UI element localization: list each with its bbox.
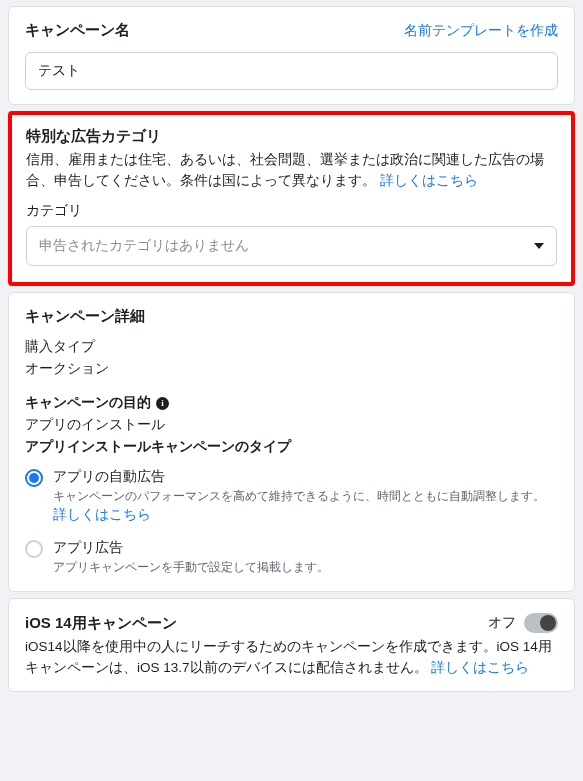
ios14-title: iOS 14用キャンペーン xyxy=(25,614,476,633)
radio-manual-help: アプリキャンペーンを手動で設定して掲載します。 xyxy=(53,559,558,576)
ios14-toggle-state: オフ xyxy=(488,614,516,632)
radio-option-auto[interactable]: アプリの自動広告 キャンペーンのパフォーマンスを高めて維持できるように、時間とと… xyxy=(25,468,558,524)
ios14-desc: iOS14以降を使用中の人にリーチするためのキャンペーンを作成できます。iOS … xyxy=(25,637,558,677)
special-category-desc: 信用、雇用または住宅、あるいは、社会問題、選挙または政治に関連した広告の場合、申… xyxy=(26,150,557,190)
ios14-learn-more-link[interactable]: 詳しくはこちら xyxy=(431,659,529,675)
objective-value: アプリのインストール xyxy=(25,416,558,434)
buy-type-value: オークション xyxy=(25,360,558,378)
campaign-details-title: キャンペーン詳細 xyxy=(25,307,558,326)
special-category-learn-more-link[interactable]: 詳しくはこちら xyxy=(380,172,478,188)
radio-option-manual[interactable]: アプリ広告 アプリキャンペーンを手動で設定して掲載します。 xyxy=(25,539,558,576)
install-type-label: アプリインストールキャンペーンのタイプ xyxy=(25,438,558,456)
special-category-title: 特別な広告カテゴリ xyxy=(26,127,557,146)
category-select-placeholder: 申告されたカテゴリはありません xyxy=(39,237,249,255)
campaign-details-card: キャンペーン詳細 購入タイプ オークション キャンペーンの目的 i アプリのイン… xyxy=(8,292,575,592)
ios14-toggle[interactable] xyxy=(524,613,558,633)
category-label: カテゴリ xyxy=(26,202,557,220)
radio-auto[interactable] xyxy=(25,469,43,487)
radio-auto-help: キャンペーンのパフォーマンスを高めて維持できるように、時間とともに自動調整します… xyxy=(53,488,558,524)
campaign-name-card: キャンペーン名 名前テンプレートを作成 xyxy=(8,6,575,105)
radio-manual[interactable] xyxy=(25,540,43,558)
campaign-name-input[interactable] xyxy=(25,52,558,90)
category-select[interactable]: 申告されたカテゴリはありません xyxy=(26,226,557,266)
special-ad-category-card: 特別な広告カテゴリ 信用、雇用または住宅、あるいは、社会問題、選挙または政治に関… xyxy=(8,111,575,286)
objective-label: キャンペーンの目的 i xyxy=(25,394,558,412)
buy-type-label: 購入タイプ xyxy=(25,338,558,356)
ios14-campaign-card: iOS 14用キャンペーン オフ iOS14以降を使用中の人にリーチするためのキ… xyxy=(8,598,575,692)
info-icon[interactable]: i xyxy=(156,397,169,410)
create-name-template-link[interactable]: 名前テンプレートを作成 xyxy=(404,22,558,40)
radio-manual-label: アプリ広告 xyxy=(53,539,558,557)
campaign-name-title: キャンペーン名 xyxy=(25,21,130,40)
caret-down-icon xyxy=(534,243,544,249)
option1-learn-more-link[interactable]: 詳しくはこちら xyxy=(53,506,151,522)
radio-auto-label: アプリの自動広告 xyxy=(53,468,558,486)
